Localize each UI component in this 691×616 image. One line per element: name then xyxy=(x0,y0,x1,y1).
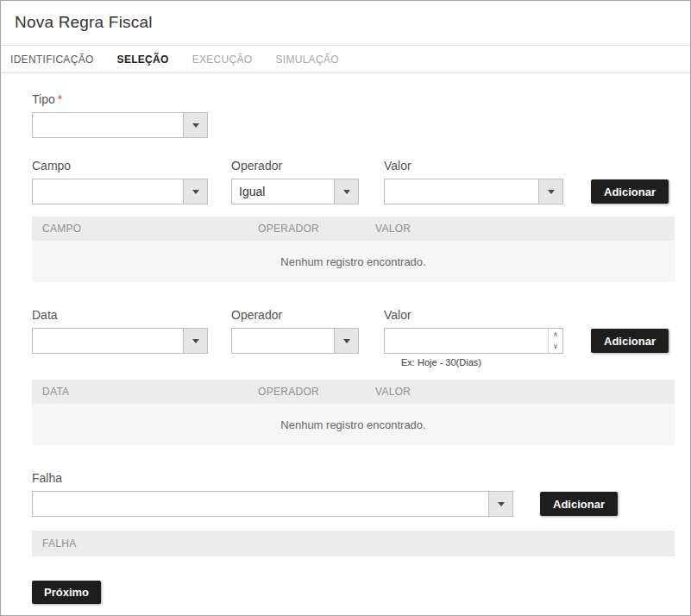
tipo-select-toggle-button[interactable] xyxy=(183,113,207,137)
tipo-label-text: Tipo xyxy=(32,92,55,106)
chevron-down-icon xyxy=(548,190,555,194)
data-operador-select[interactable] xyxy=(231,328,359,354)
tipo-select[interactable] xyxy=(32,112,208,138)
page-title: Nova Regra Fiscal xyxy=(15,13,676,32)
column-header-campo: CAMPO xyxy=(32,223,248,235)
campo-adicionar-button[interactable]: Adicionar xyxy=(591,179,669,204)
operador-label: Operador xyxy=(231,159,359,173)
data-table: DATA OPERADOR VALOR Nenhum registro enco… xyxy=(32,380,675,445)
campo-table: CAMPO OPERADOR VALOR Nenhum registro enc… xyxy=(32,217,675,282)
falha-select-value xyxy=(33,492,488,516)
tab-bar: IDENTIFICAÇÃO SELEÇÃO EXECUÇÃO SIMULAÇÃO xyxy=(1,45,690,73)
campo-table-empty-message: Nenhum registro encontrado. xyxy=(32,241,675,282)
form-content: Tipo* Campo Operador xyxy=(1,92,690,604)
campo-group: Campo xyxy=(32,159,208,204)
data-operador-label: Operador xyxy=(231,308,359,322)
column-header-valor: VALOR xyxy=(365,386,675,398)
data-valor-group: Valor ∧ ∨ Ex: Hoje - 30(Dias) xyxy=(384,308,563,368)
chevron-down-icon xyxy=(498,502,505,506)
campo-label: Campo xyxy=(32,159,208,173)
required-marker: * xyxy=(58,92,62,106)
operador-select-toggle-button[interactable] xyxy=(334,179,358,204)
data-select-toggle-button[interactable] xyxy=(183,329,207,353)
campo-table-header: CAMPO OPERADOR VALOR xyxy=(32,217,675,241)
data-valor-input[interactable]: ∧ ∨ xyxy=(384,328,563,354)
valor-select[interactable] xyxy=(384,179,563,204)
campo-row: Campo Operador Igual Valor xyxy=(32,159,673,204)
chevron-down-icon xyxy=(343,339,350,343)
chevron-down-icon xyxy=(192,123,199,128)
valor-select-toggle-button[interactable] xyxy=(538,179,562,204)
campo-select[interactable] xyxy=(32,179,208,204)
valor-select-value xyxy=(385,179,538,204)
column-header-falha: FALHA xyxy=(32,537,675,550)
chevron-down-icon xyxy=(192,339,199,343)
falha-select-toggle-button[interactable] xyxy=(488,492,512,516)
tab-identificacao[interactable]: IDENTIFICAÇÃO xyxy=(10,53,94,66)
data-operador-select-toggle-button[interactable] xyxy=(334,329,358,353)
page-header: Nova Regra Fiscal xyxy=(1,1,690,45)
data-select[interactable] xyxy=(32,328,208,354)
falha-row: Adicionar xyxy=(32,491,673,517)
data-valor-field[interactable] xyxy=(385,329,548,353)
footer-row: Próximo xyxy=(32,581,673,604)
operador-select[interactable]: Igual xyxy=(231,179,359,204)
operador-group: Operador Igual xyxy=(231,159,359,204)
falha-adicionar-button[interactable]: Adicionar xyxy=(540,492,618,516)
chevron-down-icon xyxy=(343,190,350,194)
column-header-operador: OPERADOR xyxy=(248,386,365,398)
falha-select[interactable] xyxy=(32,491,513,517)
falha-label: Falha xyxy=(32,471,673,485)
column-header-valor: VALOR xyxy=(365,223,675,235)
proximo-button[interactable]: Próximo xyxy=(32,581,101,604)
campo-select-value xyxy=(33,179,183,204)
tipo-section: Tipo* xyxy=(32,92,673,138)
valor-label: Valor xyxy=(384,159,563,173)
falha-table: FALHA xyxy=(32,531,675,556)
falha-section: Falha Adicionar FALHA xyxy=(32,471,673,556)
tab-selecao[interactable]: SELEÇÃO xyxy=(117,53,169,66)
data-label: Data xyxy=(32,308,208,322)
tab-simulacao[interactable]: SIMULAÇÃO xyxy=(275,53,338,66)
spinner-up-icon[interactable]: ∧ xyxy=(549,329,562,341)
column-header-operador: OPERADOR xyxy=(248,223,365,235)
falha-table-header: FALHA xyxy=(32,531,675,556)
data-row: Data Operador Valor xyxy=(32,308,673,368)
campo-select-toggle-button[interactable] xyxy=(183,179,207,204)
data-valor-hint: Ex: Hoje - 30(Dias) xyxy=(384,357,563,368)
data-group: Data xyxy=(32,308,208,354)
data-table-header: DATA OPERADOR VALOR xyxy=(32,380,675,404)
data-operador-select-value xyxy=(232,329,334,353)
operador-select-value: Igual xyxy=(232,179,334,204)
chevron-down-icon xyxy=(192,190,199,194)
data-valor-spinner: ∧ ∨ xyxy=(548,329,562,353)
tipo-label: Tipo* xyxy=(32,92,673,106)
data-valor-label: Valor xyxy=(384,308,563,322)
spinner-down-icon[interactable]: ∨ xyxy=(549,341,562,353)
nova-regra-fiscal-window: Nova Regra Fiscal IDENTIFICAÇÃO SELEÇÃO … xyxy=(0,0,691,616)
tipo-select-value xyxy=(33,113,183,137)
data-adicionar-button[interactable]: Adicionar xyxy=(591,329,669,353)
column-header-data: DATA xyxy=(32,386,248,398)
tab-execucao[interactable]: EXECUÇÃO xyxy=(192,53,253,66)
data-select-value xyxy=(33,329,183,353)
valor-group: Valor xyxy=(384,159,563,204)
data-table-empty-message: Nenhum registro encontrado. xyxy=(32,404,675,445)
data-operador-group: Operador xyxy=(231,308,359,354)
